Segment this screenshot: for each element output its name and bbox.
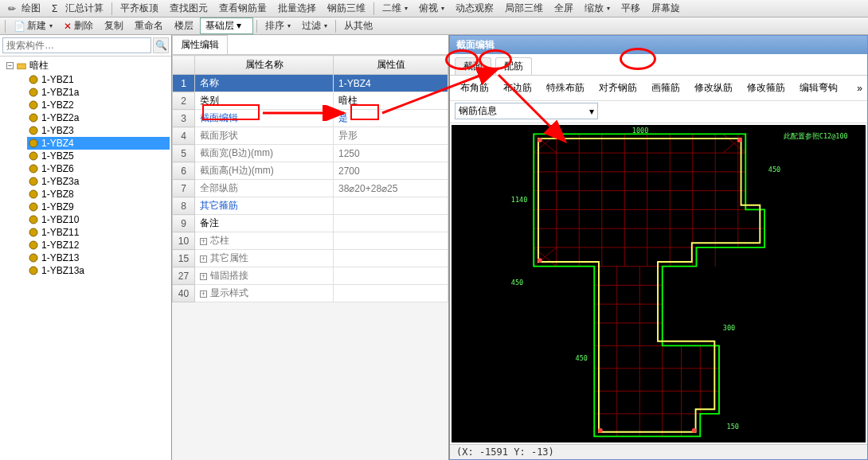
prop-name-cell[interactable]: 截面形状: [195, 127, 334, 145]
property-row[interactable]: 2类别暗柱: [173, 92, 448, 110]
property-row[interactable]: 27+锚固搭接: [173, 267, 448, 285]
prop-value-cell[interactable]: [334, 197, 448, 215]
find-element-button[interactable]: 查找图元: [165, 0, 213, 17]
prop-name-cell[interactable]: 全部纵筋: [195, 180, 334, 197]
rename-button[interactable]: 重命名: [130, 18, 168, 34]
edge-rebar-button[interactable]: 布边筋: [498, 79, 538, 97]
prop-name-cell[interactable]: 其它箍筋: [195, 197, 334, 215]
prop-name-cell[interactable]: 截面高(H边)(mm): [195, 162, 334, 180]
row-number: 10: [173, 232, 195, 250]
prop-value-cell[interactable]: 异形: [334, 127, 448, 145]
rebar-info-dropdown[interactable]: 钢筋信息▾: [455, 103, 598, 119]
top-view-button[interactable]: 俯视▾: [414, 0, 449, 17]
pan-button[interactable]: 平移: [616, 0, 645, 17]
tab-property-edit[interactable]: 属性编辑: [172, 35, 228, 54]
property-row[interactable]: 15+其它属性: [173, 250, 448, 267]
prop-name-cell[interactable]: 名称: [195, 75, 334, 92]
property-row[interactable]: 9备注: [173, 215, 448, 232]
prop-value-cell[interactable]: [334, 250, 448, 267]
tree-item[interactable]: 1-YBZ6: [27, 162, 170, 175]
delete-button[interactable]: ✕删除: [59, 18, 98, 34]
prop-value-cell[interactable]: 1-YBZ4: [334, 75, 448, 92]
search-input[interactable]: [2, 37, 151, 53]
special-rebar-button[interactable]: 特殊布筋: [541, 79, 590, 97]
zoom-button[interactable]: 缩放▾: [580, 0, 615, 17]
tree-item[interactable]: 1-YBZ12: [27, 239, 170, 251]
property-row[interactable]: 3截面编辑是: [173, 110, 448, 127]
tree-item[interactable]: 1-YBZ5: [27, 150, 170, 162]
property-row[interactable]: 6截面高(H边)(mm)2700: [173, 162, 448, 180]
modify-stirrup-button[interactable]: 修改箍筋: [741, 79, 791, 97]
prop-name-cell[interactable]: +芯柱: [195, 232, 334, 250]
tree-item[interactable]: 1-YBZ9: [27, 201, 170, 213]
prop-name-cell[interactable]: 截面宽(B边)(mm): [195, 145, 334, 162]
tree-item[interactable]: 1-YBZ8: [27, 188, 170, 201]
tree-item[interactable]: 1-YBZ1a: [27, 86, 170, 99]
collapse-icon[interactable]: −: [6, 62, 14, 69]
property-row[interactable]: 1名称1-YBZ4: [173, 75, 448, 92]
rebar-3d-button[interactable]: 钢筋三维: [323, 0, 370, 17]
draw-button[interactable]: ✏绘图: [3, 0, 45, 17]
layer-select[interactable]: 基础层 ▾: [200, 18, 253, 34]
prop-value-cell[interactable]: 是: [334, 110, 448, 127]
prop-name-cell[interactable]: +锚固搭接: [195, 267, 334, 285]
modify-long-rebar-button[interactable]: 修改纵筋: [689, 79, 738, 97]
tree-item[interactable]: 1-YBZ2a: [27, 111, 170, 124]
prop-value-cell[interactable]: 38⌀20+28⌀25: [334, 180, 448, 197]
copy-button[interactable]: 复制: [100, 18, 128, 34]
fullscreen-button[interactable]: 全屏: [549, 0, 578, 17]
tree-item[interactable]: 1-YBZ4: [27, 137, 170, 150]
prop-value-cell[interactable]: [334, 215, 448, 232]
tree-item[interactable]: 1-YBZ1: [27, 73, 170, 86]
property-row[interactable]: 10+芯柱: [173, 232, 448, 250]
tree-item[interactable]: 1-YBZ10: [27, 213, 170, 226]
prop-value-cell[interactable]: [334, 232, 448, 250]
view-rebar-button[interactable]: 查看钢筋量: [214, 0, 272, 17]
tree-item[interactable]: 1-YBZ11: [27, 226, 170, 239]
tree-item[interactable]: 1-YBZ3: [27, 124, 170, 137]
tab-rebar[interactable]: 配筋: [495, 57, 532, 75]
tab-section[interactable]: 截面: [455, 57, 491, 75]
prop-name-cell[interactable]: +显示样式: [195, 285, 334, 302]
rotate-screen-button[interactable]: 屏幕旋: [647, 0, 685, 17]
align-top-button[interactable]: 平齐板顶: [115, 0, 163, 17]
edit-hook-button[interactable]: 编辑弯钩: [794, 79, 843, 97]
new-button[interactable]: 📄新建▾: [9, 18, 57, 34]
corner-rebar-button[interactable]: 布角筋: [455, 79, 495, 97]
prop-value-cell[interactable]: [334, 267, 448, 285]
tree-item[interactable]: 1-YBZ2: [27, 99, 170, 111]
floor-dropdown[interactable]: 楼层: [170, 18, 198, 34]
property-row[interactable]: 7全部纵筋38⌀20+28⌀25: [173, 180, 448, 197]
2d-view-button[interactable]: 二维▾: [377, 0, 412, 17]
prop-name-cell[interactable]: 截面编辑: [195, 110, 334, 127]
property-row[interactable]: 40+显示样式: [173, 285, 448, 302]
from-other-button[interactable]: 从其他: [339, 18, 377, 34]
summary-calc-button[interactable]: Σ汇总计算: [47, 0, 108, 17]
prop-value-cell[interactable]: 暗柱: [334, 92, 448, 110]
align-rebar-button[interactable]: 对齐钢筋: [593, 79, 643, 97]
prop-name-cell[interactable]: 备注: [195, 215, 334, 232]
property-row[interactable]: 5截面宽(B边)(mm)1250: [173, 145, 448, 162]
component-tree[interactable]: − 暗柱 1-YBZ11-YBZ1a1-YBZ21-YBZ2a1-YBZ31-Y…: [0, 57, 171, 460]
draw-stirrup-button[interactable]: 画箍筋: [646, 79, 686, 97]
property-row[interactable]: 4截面形状异形: [173, 127, 448, 145]
prop-value-cell[interactable]: 2700: [334, 162, 448, 180]
local-3d-button[interactable]: 局部三维: [500, 0, 548, 17]
cad-viewport[interactable]: 1000 450 1140 300 450 960 450 150 此配置参照C…: [452, 125, 866, 442]
tree-root-node[interactable]: − 暗柱: [5, 58, 170, 73]
tree-item[interactable]: 1-YBZ13a: [27, 264, 170, 277]
more-icon[interactable]: »: [857, 83, 862, 94]
dynamic-view-button[interactable]: 动态观察: [451, 0, 499, 17]
prop-name-cell[interactable]: 类别: [195, 92, 334, 110]
tree-item[interactable]: 1-YBZ3a: [27, 175, 170, 188]
sort-button[interactable]: 排序▾: [260, 18, 295, 34]
prop-name-cell[interactable]: +其它属性: [195, 250, 334, 267]
batch-select-button[interactable]: 批量选择: [273, 0, 321, 17]
tree-item[interactable]: 1-YBZ13: [27, 251, 170, 264]
filter-button[interactable]: 过滤▾: [297, 18, 332, 34]
prop-value-cell[interactable]: 1250: [334, 145, 448, 162]
search-button[interactable]: 🔍: [153, 37, 169, 53]
prop-value-cell[interactable]: [334, 285, 448, 302]
section-editor-panel: 截面编辑 截面 配筋 布角筋 布边筋 特殊布筋 对齐钢筋 画箍筋 修改纵筋 修改…: [449, 35, 868, 460]
property-row[interactable]: 8其它箍筋: [173, 197, 448, 215]
